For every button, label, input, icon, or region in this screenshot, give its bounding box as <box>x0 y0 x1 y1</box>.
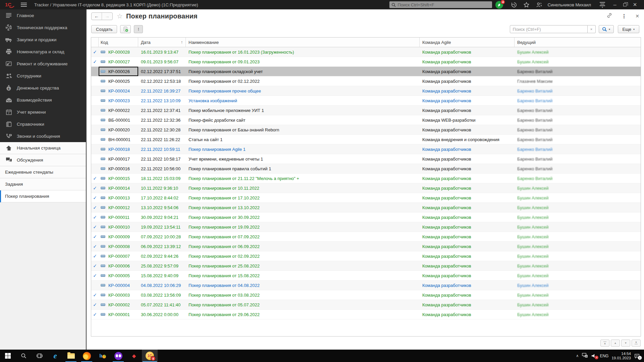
table-row[interactable]: КР-00002422.11.2022 16:39:27Покер планир… <box>91 86 641 96</box>
cell-name[interactable]: Покер-фейс доработки сайт <box>186 115 420 125</box>
cell-lead[interactable]: Бушин Алексей <box>515 213 641 222</box>
cell-name[interactable]: Покер планирования от 03.08.2022 <box>186 290 420 300</box>
sidebar-item-money[interactable]: $Денежные средства <box>0 82 86 94</box>
main-menu-burger-icon[interactable] <box>21 3 27 7</box>
sidebar-item-interactions[interactable]: Взаимодействия <box>0 94 86 106</box>
task-view-button[interactable] <box>32 350 47 362</box>
cell-lead[interactable]: Баренко Виталий <box>515 67 641 76</box>
cell-team[interactable]: Команда разработчиков <box>420 106 515 115</box>
window-close-button[interactable]: ✕ <box>630 2 640 8</box>
cell-date[interactable]: 25.08.2022 9:57:09 <box>138 261 186 270</box>
cell-date[interactable]: 19.09.2022 13:54:11 <box>138 222 186 232</box>
sidebar-item-references[interactable]: Справочники <box>0 118 86 130</box>
cell-team[interactable]: Команда разработчиков <box>420 47 515 57</box>
cell-team[interactable]: Команда разработчиков <box>420 281 515 290</box>
cell-team[interactable]: Команда разработчиков <box>420 144 515 154</box>
cell-name[interactable]: Покер планирования от 29.06.2022 <box>186 310 420 319</box>
back-button[interactable]: ← <box>92 13 102 20</box>
cell-code[interactable]: КР-000015 <box>99 174 138 183</box>
cell-team[interactable]: Команда разработчиков <box>420 213 515 222</box>
cell-lead[interactable]: Бушин Алексей <box>515 203 641 212</box>
sidebar-item-support[interactable]: Техническая поддержка <box>0 21 86 34</box>
cell-lead[interactable]: Баренко Виталий <box>515 135 641 144</box>
cell-name[interactable]: Покер планирования от 19.09.2022 <box>186 222 420 232</box>
cell-team[interactable]: Команда разработчиков <box>420 203 515 212</box>
cell-code[interactable]: КР-000004 <box>99 281 138 290</box>
gamelauncher-button[interactable]: ◆ <box>126 350 142 362</box>
sidebar-item-staff[interactable]: Сотрудники <box>0 70 86 82</box>
table-row[interactable]: КР-00002502.12.2022 12:53:18Покер планир… <box>91 76 641 86</box>
cell-code[interactable]: КР-000007 <box>99 251 138 261</box>
cell-name[interactable]: Покер планирования от 06.09.2022 <box>186 242 420 251</box>
table-row[interactable]: КР-00001822.11.2022 10:59:11Покер планир… <box>91 144 641 154</box>
cell-lead[interactable]: Баренко Виталий <box>515 144 641 154</box>
cell-date[interactable]: 22.11.2022 12:30:28 <box>138 125 186 134</box>
table-row[interactable]: КР-00002222.11.2022 12:37:41Покер мобиль… <box>91 106 641 115</box>
cell-date[interactable]: 30.09.2022 9:04:21 <box>138 213 186 222</box>
start-button[interactable] <box>0 350 16 362</box>
cell-team[interactable]: Команда разработчиков <box>420 242 515 251</box>
cell-team[interactable]: Команда разработчиков <box>420 193 515 202</box>
column-header-date[interactable]: Дата↑ <box>138 38 186 47</box>
cell-code[interactable]: КР-000026 <box>99 67 138 76</box>
cell-team[interactable]: Команда разработчиков <box>420 290 515 300</box>
cell-lead[interactable]: Баренко Виталий <box>515 174 641 183</box>
table-row[interactable]: КР-00002022.11.2022 12:30:28Покер планир… <box>91 125 641 135</box>
history-icon[interactable] <box>511 2 517 8</box>
cell-code[interactable]: КР-000018 <box>99 144 138 154</box>
cell-team[interactable]: Команда разработчиков <box>420 67 515 76</box>
column-header-team[interactable]: Команда Agile <box>420 38 515 47</box>
cell-date[interactable]: 06.09.2022 13:39:12 <box>138 242 186 251</box>
sidebar-item-tasks[interactable]: Задания <box>0 178 86 190</box>
cell-lead[interactable]: Бушин Алексей <box>515 242 641 251</box>
firefox-button[interactable] <box>79 350 95 362</box>
scroll-to-top-button[interactable]: ▲ <box>600 340 609 347</box>
forward-button[interactable]: → <box>102 13 112 20</box>
cell-team[interactable]: Команда разработчиков <box>420 57 515 66</box>
cell-team[interactable]: Команда разработчиков <box>420 222 515 232</box>
cell-code[interactable]: КР-000017 <box>99 154 138 164</box>
table-row[interactable]: ВН-00000122.11.2022 11:26:22Статьи на са… <box>91 135 641 144</box>
table-row[interactable]: КР-00000404.08.2022 10:06:29Покер планир… <box>91 281 641 290</box>
table-row[interactable]: КР-00001622.11.2022 10:56:00Покер планир… <box>91 164 641 174</box>
table-row[interactable]: ✓КР-00000205.07.2022 11:41:40Покер плани… <box>91 300 641 310</box>
taskbar-search-button[interactable] <box>16 350 32 362</box>
global-search-box[interactable] <box>389 1 492 8</box>
global-search-input[interactable] <box>397 2 490 7</box>
cell-lead[interactable]: Баренко Виталий <box>515 154 641 164</box>
cell-date[interactable]: 22.11.2022 13:10:09 <box>138 96 186 105</box>
internet-explorer-button[interactable]: e <box>47 350 63 362</box>
cell-name[interactable]: Покер планирования от 10.11.2022 <box>186 183 420 193</box>
cell-name[interactable]: Покер планирования от 15.08.2022 <box>186 271 420 280</box>
table-row[interactable]: ВБ-00000122.11.2022 12:32:36Покер-фейс д… <box>91 115 641 125</box>
scroll-to-bottom-button[interactable]: ▼ <box>632 340 641 347</box>
cell-code[interactable]: КР-000003 <box>99 290 138 300</box>
cell-team[interactable]: Команда разработчиков <box>420 164 515 173</box>
cell-team[interactable]: Команда разработчиков <box>420 310 515 319</box>
cell-lead[interactable]: Баренко Виталий <box>515 125 641 134</box>
scroll-up-button[interactable]: ▲ <box>611 340 620 347</box>
cell-date[interactable]: 22.11.2022 16:39:27 <box>138 86 186 96</box>
sidebar-item-standups[interactable]: Ежедневные стендапы <box>0 166 86 178</box>
table-row[interactable]: ✓КР-00000702.09.2022 9:44:26Покер планир… <box>91 251 641 261</box>
cell-team[interactable]: Команда разработчиков <box>420 300 515 309</box>
cell-name[interactable]: Покер планирования от 07.09.2022 <box>186 232 420 241</box>
cell-date[interactable]: 17.10.2022 8:44:02 <box>138 193 186 202</box>
sidebar-item-stock[interactable]: Номенклатура и склад <box>0 46 86 58</box>
cell-date[interactable]: 02.12.2022 17:37:51 <box>138 67 186 76</box>
cell-name[interactable]: Покер планирования от 04.08.2022 <box>186 281 420 290</box>
cell-date[interactable]: 02.09.2022 9:44:26 <box>138 251 186 261</box>
cell-team[interactable]: Команда разработчиков <box>420 232 515 241</box>
cell-code[interactable]: КР-000014 <box>99 183 138 193</box>
cell-team[interactable]: Команда разработчиков <box>420 271 515 280</box>
cell-code[interactable]: ВБ-000001 <box>99 115 138 125</box>
window-minimize-button[interactable]: ─ <box>610 2 620 7</box>
cell-lead[interactable]: Баренко Виталий <box>515 86 641 96</box>
sidebar-item-timesheets[interactable]: 7Учет времени <box>0 106 86 118</box>
cell-name[interactable]: Покер планирования от Базы-знаний Reborn <box>186 125 420 134</box>
cell-lead[interactable]: Бушин Алексей <box>515 300 641 309</box>
cell-lead[interactable]: Баренко Виталий <box>515 115 641 125</box>
cell-date[interactable]: 02.12.2022 12:53:18 <box>138 76 186 86</box>
cell-code[interactable]: КР-000008 <box>99 242 138 251</box>
cell-date[interactable]: 09.01.2023 9:56:07 <box>138 57 186 66</box>
